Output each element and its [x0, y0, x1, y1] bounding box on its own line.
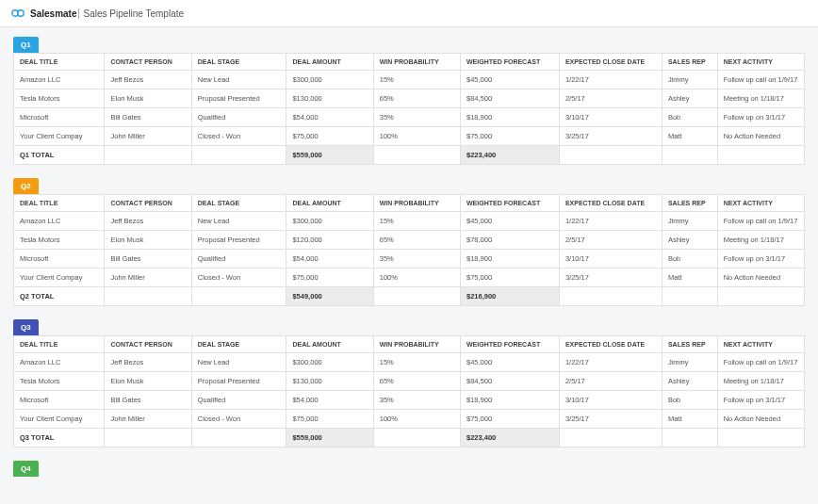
column-header: DEAL TITLE	[14, 195, 105, 212]
cell-contact: Bill Gates	[105, 391, 191, 410]
cell-title: Amazon LLC	[14, 71, 105, 89]
cell-amount: $54,000	[286, 250, 373, 268]
cell-contact: Jeff Bezos	[105, 71, 191, 89]
cell-close: 3/10/17	[559, 391, 662, 410]
table-row[interactable]: Your Client CompayJohn MillerClosed - Wo…	[14, 127, 805, 146]
cell-activity: Follow up call on 1/9/17	[717, 71, 804, 89]
column-header: DEAL AMOUNT	[286, 54, 373, 71]
cell-forecast: $75,000	[461, 268, 560, 287]
quarter-tab-q4[interactable]: Q4	[13, 461, 39, 477]
cell-activity: Follow up call on 1/9/17	[717, 212, 804, 231]
cell-prob: 15%	[373, 212, 460, 231]
table-row[interactable]: Tesla MotorsElon MuskProposal Presented$…	[14, 372, 805, 391]
column-header: DEAL AMOUNT	[286, 195, 373, 212]
cell-contact: Elon Musk	[105, 231, 191, 250]
quarter-tab-q1[interactable]: Q1	[13, 37, 39, 53]
total-empty	[559, 146, 662, 165]
cell-title: Amazon LLC	[14, 353, 105, 372]
table-row[interactable]: MicrosoftBill GatesQualified$54,00035%$1…	[14, 250, 805, 268]
cell-rep: Jimmy	[662, 353, 717, 372]
cell-close: 3/25/17	[559, 127, 662, 146]
quarter-tab-q3[interactable]: Q3	[13, 319, 39, 335]
cell-close: 2/5/17	[559, 231, 662, 250]
quarter-block-q1: Q1DEAL TITLECONTACT PERSONDEAL STAGEDEAL…	[13, 37, 805, 165]
column-header: DEAL STAGE	[191, 336, 286, 353]
cell-forecast: $45,000	[461, 71, 560, 89]
total-amount: $549,000	[286, 287, 373, 306]
column-header: SALES REP	[662, 195, 717, 212]
total-label: Q1 TOTAL	[14, 146, 105, 165]
cell-contact: Elon Musk	[105, 372, 191, 391]
cell-title: Microsoft	[14, 108, 105, 127]
cell-prob: 15%	[373, 353, 460, 372]
cell-title: Your Client Compay	[14, 127, 105, 146]
column-header: CONTACT PERSON	[105, 336, 191, 353]
pipeline-table-q1: DEAL TITLECONTACT PERSONDEAL STAGEDEAL A…	[13, 53, 805, 165]
cell-prob: 35%	[373, 391, 460, 410]
cell-amount: $300,000	[286, 353, 373, 372]
table-header-row: DEAL TITLECONTACT PERSONDEAL STAGEDEAL A…	[14, 336, 805, 353]
table-row[interactable]: MicrosoftBill GatesQualified$54,00035%$1…	[14, 108, 805, 127]
quarter-block-q2: Q2DEAL TITLECONTACT PERSONDEAL STAGEDEAL…	[13, 178, 805, 306]
column-header: NEXT ACTIVITY	[717, 195, 804, 212]
cell-rep: Matt	[662, 410, 717, 429]
table-row[interactable]: Your Client CompayJohn MillerClosed - Wo…	[14, 410, 805, 429]
total-empty	[373, 146, 460, 165]
cell-rep: Matt	[662, 127, 717, 146]
cell-title: Tesla Motors	[14, 372, 105, 391]
total-forecast: $223,400	[461, 146, 560, 165]
cell-close: 2/5/17	[559, 89, 662, 108]
total-empty	[105, 287, 191, 306]
quarter-tab-q2[interactable]: Q2	[13, 178, 39, 194]
table-row[interactable]: Tesla MotorsElon MuskProposal Presented$…	[14, 231, 805, 250]
cell-stage: Qualified	[191, 108, 286, 127]
table-header-row: DEAL TITLECONTACT PERSONDEAL STAGEDEAL A…	[14, 195, 805, 212]
cell-contact: John Miller	[105, 410, 191, 429]
cell-prob: 65%	[373, 372, 460, 391]
quarter-block-q3: Q3DEAL TITLECONTACT PERSONDEAL STAGEDEAL…	[13, 319, 805, 447]
column-header: EXPECTED CLOSE DATE	[559, 54, 662, 71]
column-header: WIN PROBABILITY	[373, 54, 460, 71]
cell-activity: Meeting on 1/18/17	[717, 372, 804, 391]
cell-stage: Qualified	[191, 391, 286, 410]
cell-close: 3/10/17	[559, 108, 662, 127]
column-header: WEIGHTED FORECAST	[461, 54, 560, 71]
total-empty	[191, 429, 286, 447]
table-row[interactable]: Tesla MotorsElon MuskProposal Presented$…	[14, 89, 805, 108]
cell-amount: $300,000	[286, 71, 373, 89]
cell-title: Amazon LLC	[14, 212, 105, 231]
table-row[interactable]: Your Client CompayJohn MillerClosed - Wo…	[14, 268, 805, 287]
total-empty	[373, 429, 460, 447]
cell-amount: $300,000	[286, 212, 373, 231]
cell-rep: Bob	[662, 391, 717, 410]
pipeline-table-q3: DEAL TITLECONTACT PERSONDEAL STAGEDEAL A…	[13, 335, 805, 447]
cell-title: Your Client Compay	[14, 268, 105, 287]
table-row[interactable]: Amazon LLCJeff BezosNew Lead$300,00015%$…	[14, 71, 805, 89]
cell-prob: 35%	[373, 108, 460, 127]
cell-stage: Closed - Won	[191, 127, 286, 146]
cell-stage: Proposal Presented	[191, 231, 286, 250]
cell-forecast: $45,000	[461, 353, 560, 372]
cell-rep: Ashley	[662, 372, 717, 391]
cell-amount: $75,000	[286, 268, 373, 287]
cell-close: 1/22/17	[559, 71, 662, 89]
column-header: WEIGHTED FORECAST	[461, 336, 560, 353]
table-row[interactable]: Amazon LLCJeff BezosNew Lead$300,00015%$…	[14, 353, 805, 372]
table-row[interactable]: Amazon LLCJeff BezosNew Lead$300,00015%$…	[14, 212, 805, 231]
cell-title: Tesla Motors	[14, 231, 105, 250]
column-header: EXPECTED CLOSE DATE	[559, 336, 662, 353]
column-header: WIN PROBABILITY	[373, 195, 460, 212]
brand-name: Salesmate	[30, 8, 76, 19]
cell-contact: Bill Gates	[105, 250, 191, 268]
total-empty	[373, 287, 460, 306]
total-empty	[105, 429, 191, 447]
cell-forecast: $45,000	[461, 212, 560, 231]
cell-rep: Jimmy	[662, 71, 717, 89]
cell-contact: Bill Gates	[105, 108, 191, 127]
cell-amount: $54,000	[286, 391, 373, 410]
quarter-block-q4: Q4	[13, 461, 805, 477]
column-header: SALES REP	[662, 54, 717, 71]
column-header: WEIGHTED FORECAST	[461, 195, 560, 212]
total-empty	[662, 429, 717, 447]
table-row[interactable]: MicrosoftBill GatesQualified$54,00035%$1…	[14, 391, 805, 410]
